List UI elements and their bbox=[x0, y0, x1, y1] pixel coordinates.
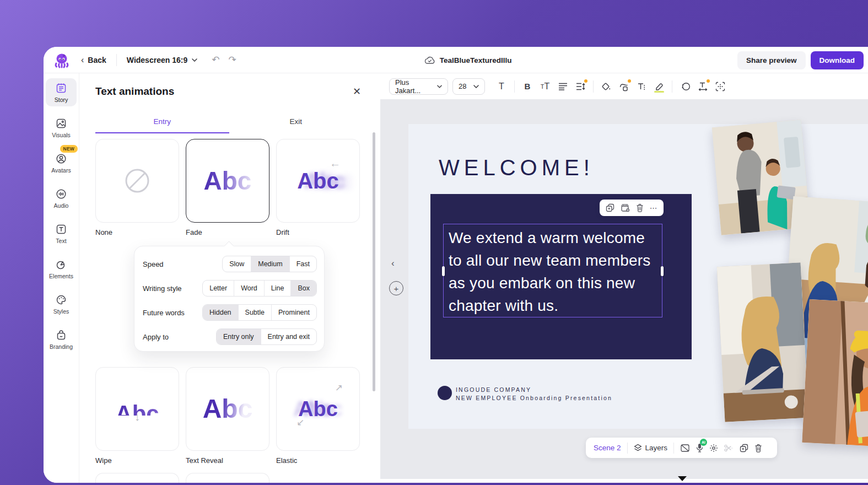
brand-logo-dot[interactable] bbox=[438, 386, 452, 400]
line-spacing-button[interactable] bbox=[572, 78, 589, 95]
writing-option-box[interactable]: Box bbox=[290, 281, 316, 296]
apply-option-entry-only[interactable]: Entry only bbox=[217, 329, 261, 344]
future-option-subtle[interactable]: Subtle bbox=[238, 305, 271, 320]
future-option-prominent[interactable]: Prominent bbox=[271, 305, 316, 320]
slide-body-text[interactable]: We extend a warm welcome to all our new … bbox=[449, 227, 664, 317]
voiceover-button[interactable]: AI bbox=[696, 443, 703, 452]
bold-button[interactable]: B bbox=[519, 78, 536, 95]
remove-background-button[interactable] bbox=[680, 444, 690, 452]
sidebar-item-label: Story bbox=[55, 96, 68, 103]
sidebar-item-text[interactable]: Text bbox=[46, 219, 77, 247]
speed-option-fast[interactable]: Fast bbox=[289, 256, 316, 272]
photo-hardhat-woman[interactable] bbox=[802, 299, 868, 448]
animation-card-wipe[interactable]: Abc ↓ bbox=[95, 367, 179, 451]
collapse-panel-button[interactable]: ‹ bbox=[391, 258, 395, 269]
duplicate-element-button[interactable] bbox=[606, 203, 614, 212]
animation-label-wipe: Wipe bbox=[95, 456, 179, 465]
sidebar-item-branding[interactable]: Branding bbox=[46, 325, 77, 353]
animation-card-elastic[interactable]: ↗ ↙ Abc bbox=[276, 367, 360, 451]
scene-name[interactable]: Scene 2 bbox=[594, 444, 621, 452]
share-preview-button[interactable]: Share preview bbox=[737, 51, 806, 69]
animation-label-elastic: Elastic bbox=[276, 456, 360, 465]
text-fit-icon bbox=[698, 82, 708, 91]
selected-text-box[interactable]: We extend a warm welcome to all our new … bbox=[443, 224, 662, 317]
scenebar-divider bbox=[627, 443, 628, 454]
position-button[interactable] bbox=[711, 78, 729, 95]
animation-card-fade[interactable]: Abc bbox=[186, 139, 269, 223]
slide-heading[interactable]: WELCOME! bbox=[439, 155, 594, 180]
sidebar-item-audio[interactable]: Audio bbox=[46, 184, 77, 212]
notification-dot bbox=[628, 79, 631, 83]
scene-settings-button[interactable] bbox=[709, 444, 718, 452]
duplicate-scene-button[interactable] bbox=[740, 444, 748, 452]
tab-exit[interactable]: Exit bbox=[229, 113, 363, 133]
speed-segmented-control: Slow Medium Fast bbox=[222, 256, 317, 272]
transparency-icon bbox=[680, 82, 691, 91]
blend-button[interactable] bbox=[676, 78, 694, 95]
font-family-dropdown[interactable]: Plus Jakart... bbox=[389, 78, 448, 95]
notification-dot bbox=[707, 79, 710, 83]
align-button[interactable] bbox=[554, 78, 572, 95]
animation-card-none[interactable] bbox=[95, 139, 179, 223]
aspect-ratio-label: Widescreen 16:9 bbox=[127, 56, 187, 64]
text-effects-icon bbox=[637, 82, 646, 91]
sidebar-item-story[interactable]: Story bbox=[46, 78, 77, 106]
text-effects-button[interactable] bbox=[633, 78, 650, 95]
fill-color-button[interactable] bbox=[597, 78, 615, 95]
text-case-button[interactable]: T bbox=[493, 78, 510, 95]
sidebar-item-visuals[interactable]: Visuals bbox=[46, 114, 77, 142]
panel-scrollbar[interactable] bbox=[373, 132, 375, 391]
animate-path-button[interactable] bbox=[615, 78, 633, 95]
speed-option-medium[interactable]: Medium bbox=[251, 256, 289, 272]
layers-button[interactable]: Layers bbox=[634, 444, 668, 452]
apply-option-entry-and-exit[interactable]: Entry and exit bbox=[261, 329, 316, 344]
brand-subtitle[interactable]: NEW EMPLOYEE Onboarding Presentation bbox=[456, 395, 612, 401]
writing-option-line[interactable]: Line bbox=[264, 281, 291, 296]
add-element-button[interactable]: + bbox=[389, 281, 403, 295]
more-options-button[interactable]: ⋯ bbox=[650, 203, 657, 212]
animation-label-drift: Drift bbox=[276, 228, 360, 236]
speed-option-slow[interactable]: Slow bbox=[223, 256, 251, 272]
replace-element-button[interactable] bbox=[621, 203, 630, 212]
animation-card-text-reveal[interactable]: Abc bbox=[186, 367, 269, 451]
sidebar-item-elements[interactable]: Elements bbox=[46, 255, 77, 283]
new-badge: NEW bbox=[60, 145, 78, 153]
resize-handle-left[interactable] bbox=[442, 266, 445, 276]
future-option-hidden[interactable]: Hidden bbox=[203, 305, 238, 320]
back-button[interactable]: ‹ Back bbox=[81, 55, 106, 65]
text-fit-button[interactable] bbox=[694, 78, 711, 95]
writing-option-letter[interactable]: Letter bbox=[203, 281, 234, 296]
body-line: We extend a warm welcome bbox=[449, 227, 664, 249]
animation-card-partial[interactable] bbox=[95, 473, 179, 483]
octopus-logo-icon bbox=[53, 52, 70, 68]
sidebar-item-label: Branding bbox=[50, 343, 73, 350]
brand-company-name[interactable]: INGOUDE COMPANY bbox=[456, 386, 612, 393]
document-title[interactable]: TealBlueTexturedIllu bbox=[440, 56, 512, 64]
resize-handle-right[interactable] bbox=[661, 266, 664, 276]
download-button[interactable]: Download bbox=[811, 51, 864, 69]
text-reveal-preview: Abc bbox=[203, 396, 253, 422]
highlight-button[interactable] bbox=[650, 78, 668, 95]
sidebar-item-avatars[interactable]: NEW Avatars bbox=[46, 149, 77, 177]
font-scale-button[interactable]: TT bbox=[536, 78, 554, 95]
redo-button[interactable]: ↷ bbox=[228, 54, 236, 66]
font-size-dropdown[interactable]: 28 bbox=[452, 78, 485, 95]
animation-label-text-reveal: Text Reveal bbox=[186, 456, 269, 465]
line-spacing-icon bbox=[576, 83, 585, 90]
delete-scene-button[interactable] bbox=[754, 444, 762, 452]
delete-element-button[interactable] bbox=[636, 203, 644, 212]
tab-entry[interactable]: Entry bbox=[95, 113, 229, 133]
aspect-ratio-dropdown[interactable]: Widescreen 16:9 bbox=[127, 56, 197, 64]
text-case-icon: T bbox=[499, 82, 504, 91]
close-panel-button[interactable]: ✕ bbox=[353, 85, 361, 98]
sidebar-item-label: Elements bbox=[49, 273, 73, 279]
photo-laptop-woman[interactable] bbox=[717, 262, 809, 422]
animation-card-partial[interactable] bbox=[186, 473, 269, 483]
animation-card-drift[interactable]: ← Abc bbox=[276, 139, 360, 223]
writing-option-word[interactable]: Word bbox=[234, 281, 264, 296]
sidebar-item-styles[interactable]: Styles bbox=[46, 290, 77, 318]
arrow-down-left-icon: ↙ bbox=[296, 417, 304, 428]
expand-timeline-handle[interactable] bbox=[678, 476, 687, 481]
trim-scene-button[interactable] bbox=[724, 444, 734, 452]
undo-button[interactable]: ↶ bbox=[212, 54, 219, 66]
